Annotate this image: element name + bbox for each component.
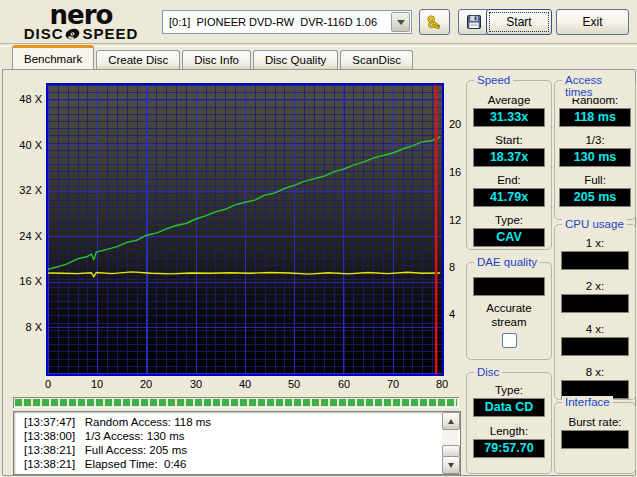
toolbar: nero DISC SPEED [0:1] PION [0, 0, 637, 44]
speed-type-display: CAV [473, 228, 545, 247]
cpu-8x-label: 8 x: [555, 365, 635, 379]
arrow-up-icon [448, 419, 454, 424]
disc-icon [64, 27, 81, 41]
cpu-4x-display [561, 337, 629, 356]
x-axis-tick: 20 [132, 378, 160, 390]
drive-selector-dropdown-button[interactable] [391, 12, 410, 32]
full-access-display: 205 ms [559, 188, 631, 207]
benchmark-chart [46, 83, 444, 376]
cpu-usage-panel: CPU usage 1 x: 2 x: 4 x: 8 x: [554, 224, 636, 400]
arrow-down-icon [448, 463, 454, 468]
burst-rate-label: Burst rate: [555, 415, 635, 429]
full-access-label: Full: [555, 173, 635, 187]
accurate-stream-label-line2: stream [467, 315, 551, 329]
plot-area [48, 85, 442, 374]
start-label: Start: [467, 133, 551, 147]
dae-quality-panel-title: DAE quality [474, 256, 540, 268]
x-axis-tick: 0 [34, 378, 62, 390]
left-axis-tick: 48 X [12, 93, 42, 105]
left-axis-tick: 8 X [12, 321, 42, 333]
x-axis-tick: 80 [428, 378, 456, 390]
save-button[interactable] [458, 9, 489, 35]
toolbar-separator [0, 43, 637, 47]
end-speed-display: 41.79x [473, 188, 545, 207]
accurate-stream-checkbox[interactable] [502, 333, 517, 348]
average-label: Average [467, 93, 551, 107]
accurate-stream-label-line1: Accurate [467, 301, 551, 315]
series-read-speed [48, 136, 440, 269]
random-access-display: 118 ms [559, 108, 631, 127]
cpu-4x-label: 4 x: [555, 322, 635, 336]
series-rotation-speed [48, 272, 440, 277]
average-speed-display: 31.33x [473, 108, 545, 127]
disc-type-label: Type: [467, 383, 551, 397]
x-axis-tick: 70 [379, 378, 407, 390]
cpu-2x-label: 2 x: [555, 279, 635, 293]
disc-panel-title: Disc [474, 366, 502, 378]
log-scrollbar[interactable] [442, 412, 458, 472]
burst-rate-display [561, 430, 629, 449]
disc-length-display: 79:57.70 [473, 439, 545, 458]
log-line: [13:37:47] Random Access: 118 ms [14, 415, 460, 429]
logo-speed-word: SPEED [82, 26, 138, 41]
tab-label: Benchmark [24, 53, 82, 65]
tab-disc-quality[interactable]: Disc Quality [253, 50, 338, 69]
logo-discspeed-text: DISC SPEED [18, 26, 144, 41]
left-axis-tick: 32 X [12, 184, 42, 196]
access-times-panel: Access times Random: 118 ms 1/3: 130 ms … [554, 80, 636, 220]
tab-scandisc[interactable]: ScanDisc [340, 50, 413, 69]
scroll-down-button[interactable] [442, 456, 460, 474]
type-label: Type: [467, 213, 551, 227]
chevron-down-icon [397, 20, 405, 25]
interface-panel-title: Interface [562, 396, 613, 408]
log-line: [13:38:21] Full Access: 205 ms [14, 443, 460, 457]
x-axis-tick: 60 [330, 378, 358, 390]
disc-panel: Disc Type: Data CD Length: 79:57.70 [466, 372, 552, 474]
tab-label: Disc Info [194, 54, 239, 66]
tab-benchmark[interactable]: Benchmark [12, 45, 94, 69]
tab-label: Create Disc [108, 54, 168, 66]
tab-label: Disc Quality [265, 54, 326, 66]
speed-panel-title: Speed [474, 74, 513, 86]
tab-bar: Benchmark Create Disc Disc Info Disc Qua… [12, 48, 415, 69]
progress-bar-fill [15, 399, 457, 406]
log-line: [13:38:00] 1/3 Access: 130 ms [14, 429, 460, 443]
tab-create-disc[interactable]: Create Disc [96, 50, 180, 69]
cpu-1x-label: 1 x: [555, 236, 635, 250]
dae-quality-panel: DAE quality Accurate stream [466, 262, 552, 360]
disc-length-label: Length: [467, 424, 551, 438]
scroll-up-button[interactable] [442, 412, 460, 430]
start-button[interactable]: Start [486, 9, 552, 35]
floppy-disk-icon [466, 14, 482, 30]
exit-button-label: Exit [582, 15, 602, 29]
access-times-panel-title: Access times [562, 74, 635, 98]
x-axis-tick: 30 [182, 378, 210, 390]
x-axis-tick: 10 [83, 378, 111, 390]
cpu-1x-display [561, 251, 629, 270]
start-speed-display: 18.37x [473, 148, 545, 167]
x-axis-tick: 50 [280, 378, 308, 390]
start-button-label: Start [506, 15, 531, 29]
logo-disc-word: DISC [24, 26, 64, 41]
log-line: [13:38:21] Elapsed Time: 0:46 [14, 457, 460, 471]
tab-label: ScanDisc [352, 54, 401, 66]
tab-disc-info[interactable]: Disc Info [182, 50, 251, 69]
cpu-usage-panel-title: CPU usage [562, 218, 627, 230]
cpu-2x-display [561, 294, 629, 313]
left-axis-tick: 24 X [12, 230, 42, 242]
chart-series-svg [48, 85, 442, 374]
keys-icon [426, 14, 443, 31]
drive-selector[interactable]: [0:1] PIONEER DVD-RW DVR-116D 1.06 [162, 10, 412, 34]
log-listbox[interactable]: [13:37:47] Random Access: 118 ms [13:38:… [13, 411, 461, 475]
options-button[interactable] [419, 9, 450, 35]
end-label: End: [467, 173, 551, 187]
one-third-access-display: 130 ms [559, 148, 631, 167]
exit-button[interactable]: Exit [556, 9, 629, 35]
drive-selector-value: [0:1] PIONEER DVD-RW DVR-116D 1.06 [163, 16, 391, 28]
nero-discspeed-logo: nero DISC SPEED [18, 2, 144, 41]
app-window: nero DISC SPEED [0:1] PION [0, 0, 637, 477]
dae-quality-display [473, 277, 545, 296]
x-axis-tick: 40 [231, 378, 259, 390]
interface-panel: Interface Burst rate: [554, 402, 636, 474]
left-axis-tick: 40 X [12, 139, 42, 151]
